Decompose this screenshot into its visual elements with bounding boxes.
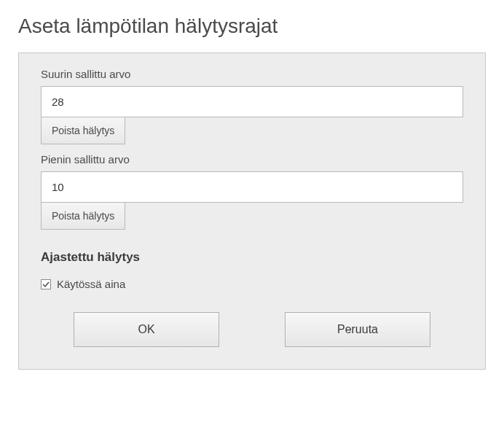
scheduled-alarm-heading: Ajastettu hälytys [41,250,463,265]
dialog-button-row: OK Peruuta [41,312,463,347]
always-enabled-checkbox[interactable] [41,279,51,289]
dialog-panel: Suurin sallittu arvo Poista hälytys Pien… [18,52,486,370]
always-enabled-row: Käytössä aina [41,278,463,290]
remove-max-alarm-button[interactable]: Poista hälytys [41,117,125,144]
min-value-input[interactable] [41,171,463,203]
remove-min-alarm-button[interactable]: Poista hälytys [41,203,125,230]
cancel-button[interactable]: Peruuta [285,312,430,347]
ok-button[interactable]: OK [74,312,219,347]
max-value-label: Suurin sallittu arvo [41,68,463,80]
min-value-label: Pienin sallittu arvo [41,153,463,166]
max-value-input[interactable] [41,86,463,117]
page-title: Aseta lämpötilan hälytysrajat [18,15,486,38]
max-value-group: Suurin sallittu arvo Poista hälytys [41,68,463,144]
checkmark-icon [42,281,50,288]
min-value-group: Pienin sallittu arvo Poista hälytys [41,153,463,230]
always-enabled-label: Käytössä aina [57,278,125,290]
